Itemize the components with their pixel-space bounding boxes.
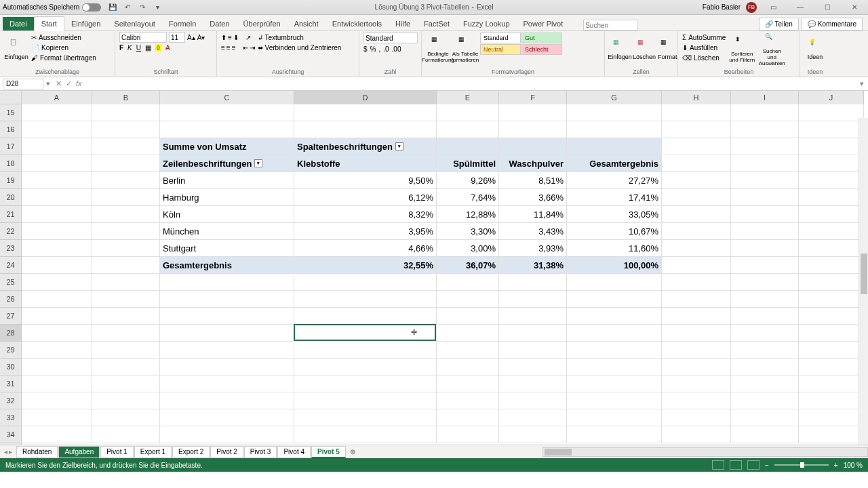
cell[interactable] — [799, 257, 864, 274]
align-middle-icon[interactable]: ≡ — [228, 34, 232, 41]
italic-button[interactable]: K — [127, 44, 132, 52]
cell[interactable] — [92, 359, 160, 375]
cell[interactable]: 10,67% — [567, 223, 662, 240]
cell[interactable] — [92, 172, 160, 189]
worksheet-grid[interactable]: A B C D E F G H I J 15161718192021222324… — [0, 91, 868, 445]
fill-button[interactable]: ⬇ Ausfüllen — [682, 43, 726, 52]
font-color-button[interactable]: A — [165, 44, 170, 52]
cell[interactable]: Klebstoffe — [294, 155, 437, 172]
cell[interactable] — [799, 291, 864, 308]
name-box[interactable]: D28 — [3, 79, 43, 89]
row-head-31[interactable]: 31 — [0, 375, 21, 392]
select-all-corner[interactable] — [0, 91, 22, 104]
row-filter-icon[interactable]: ▾ — [254, 159, 262, 167]
cell[interactable] — [499, 375, 567, 392]
cell[interactable] — [437, 325, 499, 342]
cell[interactable] — [662, 257, 731, 274]
row-head-28[interactable]: 28 — [0, 325, 21, 342]
cell[interactable] — [731, 155, 799, 172]
cell[interactable]: 36,07% — [437, 257, 499, 274]
cell[interactable] — [662, 274, 731, 291]
cell[interactable] — [499, 138, 567, 155]
cell[interactable] — [567, 426, 662, 443]
cell[interactable] — [294, 121, 437, 138]
cell[interactable] — [567, 104, 662, 121]
cell[interactable] — [662, 308, 731, 325]
cell[interactable]: 100,00% — [567, 257, 662, 274]
cell[interactable] — [567, 325, 662, 342]
cell[interactable] — [731, 359, 799, 375]
undo-icon[interactable]: ↶ — [123, 3, 132, 12]
align-right-icon[interactable]: ≡ — [232, 44, 236, 52]
cell[interactable] — [731, 325, 799, 342]
cell[interactable] — [437, 342, 499, 359]
cell[interactable] — [799, 223, 864, 240]
row-head-27[interactable]: 27 — [0, 308, 21, 325]
cell[interactable]: Stuttgart — [160, 240, 294, 257]
col-head-h[interactable]: H — [662, 91, 731, 104]
align-center-icon[interactable]: ≡ — [226, 44, 231, 52]
cell[interactable] — [731, 342, 799, 359]
cell[interactable]: 31,38% — [499, 257, 567, 274]
cell[interactable] — [437, 138, 499, 155]
enter-formula-icon[interactable]: ✓ — [66, 79, 72, 88]
comments-button[interactable]: 💬Kommentare — [802, 18, 863, 30]
tab-pagelayout[interactable]: Seitenlayout — [107, 17, 162, 30]
cell[interactable] — [160, 426, 294, 443]
cell[interactable] — [22, 189, 92, 206]
tab-review[interactable]: Überprüfen — [237, 17, 288, 30]
cell[interactable] — [567, 308, 662, 325]
zoom-level[interactable]: 100 % — [844, 462, 863, 469]
tab-start[interactable]: Start — [34, 16, 64, 31]
zoom-in-icon[interactable]: + — [834, 462, 838, 469]
cell[interactable]: 9,50% — [294, 172, 437, 189]
cell[interactable] — [92, 342, 160, 359]
cell[interactable]: 3,95% — [294, 223, 437, 240]
cell[interactable] — [662, 138, 731, 155]
sheet-tab[interactable]: Pivot 1 — [100, 446, 134, 458]
sheet-tab[interactable]: Pivot 5 — [311, 446, 346, 458]
cut-button[interactable]: ✂ Ausschneiden — [31, 33, 96, 42]
clear-button[interactable]: ⌫ Löschen — [682, 53, 726, 62]
avatar[interactable]: FB — [746, 2, 757, 13]
redo-icon[interactable]: ↷ — [138, 3, 147, 12]
indent-dec-icon[interactable]: ⇤ — [243, 44, 248, 52]
row-head-17[interactable]: 17 — [0, 138, 21, 155]
align-left-icon[interactable]: ≡ — [221, 44, 225, 52]
cell[interactable]: 3,30% — [437, 223, 499, 240]
fill-color-button[interactable]: ◊ — [155, 44, 161, 52]
cell[interactable] — [567, 359, 662, 375]
ideas-button[interactable]: 💡Ideen — [804, 33, 826, 66]
cell[interactable] — [294, 409, 437, 426]
cell[interactable] — [731, 426, 799, 443]
cell[interactable] — [799, 274, 864, 291]
col-head-f[interactable]: F — [499, 91, 567, 104]
cell[interactable] — [160, 375, 294, 392]
cell[interactable] — [731, 172, 799, 189]
cell[interactable] — [662, 155, 731, 172]
cell[interactable] — [22, 392, 92, 409]
cell[interactable] — [92, 308, 160, 325]
cell[interactable] — [437, 274, 499, 291]
cell[interactable] — [22, 172, 92, 189]
cell[interactable] — [499, 392, 567, 409]
cell[interactable] — [437, 121, 499, 138]
cell[interactable]: 12,88% — [437, 206, 499, 223]
autosum-button[interactable]: Σ AutoSumme — [682, 33, 726, 42]
col-filter-icon[interactable]: ▾ — [395, 142, 403, 150]
cell[interactable]: 9,26% — [437, 172, 499, 189]
cell[interactable] — [160, 121, 294, 138]
format-painter-button[interactable]: 🖌 Format übertragen — [31, 53, 96, 62]
cell[interactable] — [499, 359, 567, 375]
cell[interactable] — [160, 342, 294, 359]
row-head-33[interactable]: 33 — [0, 409, 21, 426]
row-head-18[interactable]: 18 — [0, 155, 21, 172]
qat-dropdown-icon[interactable]: ▾ — [153, 3, 162, 12]
cell[interactable] — [731, 240, 799, 257]
horizontal-scrollbar[interactable] — [542, 447, 868, 457]
cell[interactable] — [437, 104, 499, 121]
cell[interactable] — [567, 392, 662, 409]
cell[interactable] — [92, 138, 160, 155]
row-head-29[interactable]: 29 — [0, 342, 21, 359]
cell[interactable] — [92, 121, 160, 138]
